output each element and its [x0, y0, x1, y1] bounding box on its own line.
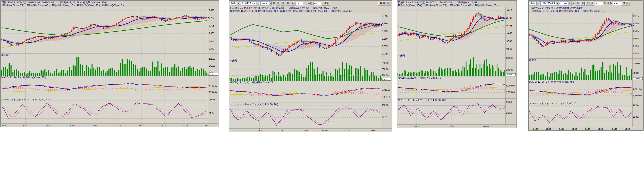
stoch-section-label: スロー・ストキャスティクス( 14, 3, 80, 20 ) [1, 98, 50, 101]
contract-month-select[interactable]: 11/06 ▼ [560, 1, 572, 6]
weekly-bars-button[interactable]: 週 [580, 2, 585, 6]
chart-canvas[interactable]: 295.00170.0045.00出来高× 1009,700.009,685.0… [1, 7, 219, 127]
chart-canvas[interactable]: 900.00300.00出来高× 1009,700.009,655.00MACD… [397, 7, 516, 128]
symbol-value: 日経225mini [542, 2, 555, 5]
volume-section-label: 出来高 [529, 59, 536, 61]
time-tick-label: 04/05 [533, 128, 538, 130]
time-tick-label: 04/06 [414, 125, 419, 128]
chart-title-line1: 日経225mini 11/06( 30分) 2011/03/31 - 2011/… [398, 1, 516, 4]
time-tick-label: 04/08 [484, 125, 489, 128]
price-tick-label: 9,595 [506, 40, 512, 42]
time-tick-label: 22:40 [202, 124, 208, 126]
compare-symbols-button[interactable]: 銘柄比較 [378, 2, 392, 6]
volume-tick-label: 295.00 [208, 58, 215, 60]
macd-tick-label: 9,655.00 [506, 91, 515, 94]
bar-count-label: 本数 [607, 2, 612, 5]
chart-title-line1: 日経225mini 11/06( 60分) 2011/03/31 - 2011/… [530, 7, 642, 10]
stoch-tick-label: 40.00 [633, 116, 638, 118]
chevron-down-icon: ▼ [568, 2, 571, 5]
time-tick-label: 04/06 [559, 128, 564, 130]
volume-scale-badge: × 1000 [634, 78, 640, 80]
monthly-bars-button[interactable]: 月 [585, 2, 590, 6]
price-tick-label: 9,760 [506, 17, 512, 19]
stoch-tick-label: 95.00 [506, 101, 512, 104]
time-tick-label: 04/07 [585, 128, 590, 130]
contract-month-value: 11/06 [262, 2, 268, 5]
price-tick-label: 9,815 [633, 15, 639, 17]
time-tick-label: 13:20 [68, 124, 74, 126]
instrument-type-select[interactable]: 先物 ▼ [230, 1, 240, 6]
daily-bars-button[interactable]: 日 [276, 2, 280, 6]
symbol-value: 日経225mini [242, 2, 256, 5]
chart-title-line2: 移動平均( Close, 75 ) 移動平均( Close, 40 ) 移動平均… [2, 4, 218, 7]
bar-type-label: 足 [273, 2, 275, 5]
contract-month-select[interactable]: 11/06 ▼ [260, 1, 272, 6]
time-tick-label: 14:40 [91, 124, 96, 126]
apply-button[interactable]: 適用 [322, 2, 330, 6]
time-tick-label: 21:20 [182, 124, 188, 126]
instrument-type-value: 先物 [231, 2, 236, 5]
price-tick-label: 9,760 [209, 17, 214, 19]
price-tick-label: 9,815 [382, 15, 388, 17]
minute-bars-button[interactable]: 分 [291, 2, 295, 6]
price-tick-label: 9,760 [382, 22, 388, 25]
macd-section-label: MACD( 12, 26, 9 ) 移動平均( Close, 75 ) [1, 76, 46, 79]
daily-bars-button[interactable]: 日 [576, 2, 580, 6]
chevron-down-icon: ▼ [237, 2, 240, 5]
price-tick-label: 9,650 [382, 38, 388, 40]
weekly-bars-button[interactable]: 週 [281, 2, 285, 6]
price-tick-label: 9,650 [209, 32, 214, 34]
volume-tick-label: 50.00 [633, 72, 638, 74]
bar-count-input[interactable] [314, 2, 321, 5]
price-tick-label: 9,595 [633, 45, 639, 47]
instrument-type-select[interactable]: 先物 ▼ [529, 1, 540, 6]
price-tick-label: 9,540 [506, 48, 512, 50]
time-tick-label: 10:40 [23, 124, 28, 126]
time-tick-label: 16:30 [546, 128, 551, 130]
chart-title: 日経225mini 11/06( 30分) 2011/03/31 - 2011/… [397, 1, 516, 7]
chevron-down-icon: ▼ [536, 2, 539, 5]
stoch-section-label: スロー・ストキャスティクス( 14, 3, 80, 20 ) [230, 103, 278, 106]
minute-bars-button[interactable]: 分 [590, 2, 594, 6]
minutes-input[interactable] [296, 2, 304, 5]
symbol-select[interactable]: 日経225mini ▼ [540, 1, 559, 6]
price-tick-label: 9,540 [209, 48, 214, 50]
chart-toolbar: 先物 ▼ 日経225mini ▼ 11/06 ▼ 足 日 週 月 分 分 本数 … [229, 1, 392, 6]
macd-tick-label: 9,710.00 [382, 89, 390, 91]
time-tick-label: 20:00 [302, 129, 308, 132]
time-tick-label: 16:30 [624, 128, 630, 130]
chart-canvas[interactable]: 120.0050.00出来高× 10009,681.009,669.50MACD… [528, 13, 643, 130]
minutes-input[interactable] [595, 2, 603, 5]
chart-svg: 900.00300.00出来高× 1009,700.009,655.00MACD… [397, 7, 516, 128]
price-tick-label: 9,595 [209, 40, 214, 42]
macd-tick-label: 9,655.00 [382, 96, 390, 98]
monthly-bars-button[interactable]: 月 [286, 2, 290, 6]
volume-tick-label: 900.00 [506, 57, 513, 59]
chart-title: 日経225mini 11/06( 15分) 2011/03/31 - 2011/… [229, 6, 392, 13]
minutes-unit-label: 分 [304, 2, 307, 5]
price-tick-label: 9,540 [382, 53, 388, 55]
time-tick-label: 18:40 [139, 124, 144, 126]
price-tick-label: 9,650 [506, 32, 512, 34]
chart-title-line2: 一目均衡表( 9, 26, 52 ) 移動平均( Close, 150 ) 移動… [530, 10, 642, 12]
time-tick-label: 20:00 [369, 129, 374, 132]
volume-section-label: 出来高 [230, 59, 237, 62]
chevron-down-icon: ▼ [256, 2, 259, 5]
macd-section-label: MACD( 12, 26, 9 ) 移動平均( Close, 75 ) [529, 80, 574, 83]
volume-section-label: 出来高 [1, 54, 8, 56]
apply-button[interactable]: 適用 [622, 2, 630, 6]
chart-window-60min: 先物 ▼ 日経225mini ▼ 11/06 ▼ 足 日 週 月 分 分 本数 … [528, 0, 644, 130]
time-tick-label: 17:20 [116, 124, 121, 126]
chevron-down-icon: ▼ [556, 2, 559, 5]
plot-background [1, 7, 208, 124]
symbol-select[interactable]: 日経225mini ▼ [241, 1, 260, 6]
volume-scale-badge: × 100 [209, 73, 214, 75]
price-tick-label: 9,705 [506, 24, 512, 27]
time-tick-label: 04/08 [612, 128, 618, 130]
chart-canvas[interactable]: 850.00550.00250.00出来高× 1009,710.009,655.… [229, 13, 392, 132]
stoch-tick-label: 45.00 [382, 116, 387, 119]
chart-title-line1: 日経225mini 11/06( 5分) 2011/04/05 - 2011/0… [2, 1, 218, 4]
bar-count-input[interactable] [613, 2, 621, 5]
volume-scale-badge: × 100 [507, 74, 512, 76]
chart-title: 日経225mini 11/06( 60分) 2011/03/31 - 2011/… [528, 6, 643, 13]
